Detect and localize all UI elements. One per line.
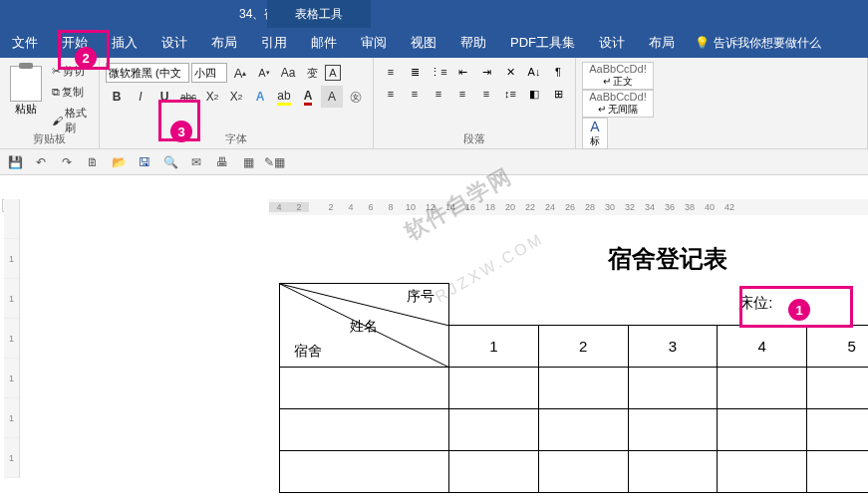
bullets-button[interactable]: ≡ xyxy=(380,62,402,82)
table-cell[interactable] xyxy=(718,368,807,409)
show-marks-button[interactable]: ¶ xyxy=(547,62,569,82)
column-header[interactable]: 4 xyxy=(718,326,807,368)
diagonal-header-cell[interactable]: 序号 姓名 宿舍 xyxy=(280,284,449,368)
highlight-color-button[interactable]: ab xyxy=(273,86,295,108)
column-header[interactable]: 5 xyxy=(807,326,868,368)
italic-button[interactable]: I xyxy=(130,86,151,108)
table-tools-tab[interactable]: 表格工具 xyxy=(267,0,371,28)
multilevel-button[interactable]: ⋮≡ xyxy=(428,62,449,82)
table-cell[interactable] xyxy=(718,409,807,451)
table-cell[interactable] xyxy=(628,409,718,451)
table-cell[interactable] xyxy=(538,451,628,493)
font-size-select[interactable] xyxy=(191,63,227,83)
table-cell[interactable] xyxy=(807,451,868,493)
diag-dorm-label: 宿舍 xyxy=(294,343,322,361)
shading-button[interactable]: ◧ xyxy=(523,84,545,104)
open-button[interactable]: 📂 xyxy=(110,153,128,171)
distributed-button[interactable]: ≡ xyxy=(475,84,497,104)
paragraph-group: ≡ ≣ ⋮≡ ⇤ ⇥ ✕ A↓ ¶ ≡ ≡ ≡ ≡ ≡ ↕≡ ◧ ⊞ 段落 xyxy=(374,58,576,148)
borders-button[interactable]: ⊞ xyxy=(547,84,569,104)
draw-table-button[interactable]: ✎▦ xyxy=(265,153,283,171)
char-shading-button[interactable]: A xyxy=(321,86,343,108)
table-cell[interactable] xyxy=(807,409,868,451)
text-effects-button[interactable]: A xyxy=(249,86,271,108)
ruler-htick: 14 xyxy=(440,202,460,212)
save-as-button[interactable]: 🖫 xyxy=(136,153,153,171)
copy-button[interactable]: ⧉ 复制 xyxy=(48,83,93,102)
table-cell[interactable] xyxy=(628,368,718,409)
menu-review[interactable]: 审阅 xyxy=(349,28,399,58)
style-heading1[interactable]: A 标 xyxy=(582,118,608,149)
print-button[interactable]: 🖶 xyxy=(213,153,231,171)
table-cell[interactable] xyxy=(718,451,807,493)
subscript-button[interactable]: X2 xyxy=(201,86,223,108)
ruler-htick: 38 xyxy=(680,202,700,212)
mail-button[interactable]: ✉ xyxy=(187,153,205,171)
align-center-button[interactable]: ≡ xyxy=(404,84,426,104)
menu-mailings[interactable]: 邮件 xyxy=(299,28,349,58)
table-cell[interactable] xyxy=(280,368,449,409)
undo-button[interactable]: ↶ xyxy=(32,153,50,171)
ruler-htick: 4 xyxy=(341,202,361,212)
table-cell[interactable] xyxy=(280,409,449,451)
paste-button[interactable]: 粘贴 xyxy=(6,62,46,133)
print-preview-button[interactable]: 🔍 xyxy=(161,153,179,171)
grow-font-button[interactable]: A▴ xyxy=(229,62,251,84)
table-cell[interactable] xyxy=(280,451,449,493)
bold-button[interactable]: B xyxy=(106,86,128,108)
decrease-indent-button[interactable]: ⇤ xyxy=(451,62,473,82)
annotation-box-2: 2 xyxy=(58,30,110,70)
style-normal[interactable]: AaBbCcDd! ↵ 正文 xyxy=(582,62,654,90)
column-header[interactable]: 3 xyxy=(628,326,718,368)
font-group-label: 字体 xyxy=(100,131,373,146)
line-spacing-button[interactable]: ↕≡ xyxy=(499,84,521,104)
menu-help[interactable]: 帮助 xyxy=(448,28,498,58)
tell-me[interactable]: 💡 告诉我你想要做什么 xyxy=(695,35,821,52)
tell-me-label: 告诉我你想要做什么 xyxy=(714,35,821,52)
menu-design[interactable]: 设计 xyxy=(149,28,199,58)
table-cell[interactable] xyxy=(628,451,718,493)
sort-button[interactable]: A↓ xyxy=(523,62,545,82)
menu-table-layout[interactable]: 布局 xyxy=(637,28,687,58)
change-case-button[interactable]: Aa xyxy=(277,62,299,84)
paintbrush-icon: 🖌 xyxy=(52,115,63,126)
document-area[interactable]: 宿舍登记表 序号 姓名 宿舍 床位: 1 2 3 xyxy=(219,223,868,498)
menu-file[interactable]: 文件 xyxy=(0,28,50,58)
align-right-button[interactable]: ≡ xyxy=(428,84,449,104)
font-name-select[interactable] xyxy=(106,63,189,83)
menu-references[interactable]: 引用 xyxy=(249,28,299,58)
enclose-char-button[interactable]: ㊛ xyxy=(345,86,367,108)
numbering-button[interactable]: ≣ xyxy=(404,62,426,82)
font-color-button[interactable]: A xyxy=(297,86,319,108)
horizontal-ruler[interactable]: 4 2 2 4 6 8 10 12 14 16 18 20 22 24 26 2… xyxy=(269,199,868,215)
table-cell[interactable] xyxy=(449,451,539,493)
char-border-button[interactable]: A xyxy=(325,65,341,81)
phonetic-guide-button[interactable]: 变 xyxy=(301,62,323,84)
increase-indent-button[interactable]: ⇥ xyxy=(475,62,497,82)
table-cell[interactable] xyxy=(538,409,628,451)
menu-pdf[interactable]: PDF工具集 xyxy=(498,28,587,58)
align-left-button[interactable]: ≡ xyxy=(380,84,402,104)
menu-layout[interactable]: 布局 xyxy=(199,28,249,58)
asian-layout-button[interactable]: ✕ xyxy=(499,62,521,82)
justify-button[interactable]: ≡ xyxy=(451,84,473,104)
menu-view[interactable]: 视图 xyxy=(399,28,448,58)
column-header[interactable]: 2 xyxy=(538,326,628,368)
superscript-button[interactable]: X2 xyxy=(225,86,247,108)
redo-button[interactable]: ↷ xyxy=(58,153,76,171)
shrink-font-button[interactable]: A▾ xyxy=(253,62,275,84)
table-cell[interactable] xyxy=(538,368,628,409)
ruler-htick: 8 xyxy=(381,202,401,212)
table-cell[interactable] xyxy=(807,368,868,409)
document-heading[interactable]: 宿舍登记表 xyxy=(438,243,868,275)
vertical-ruler[interactable]: 1 1 1 1 1 1 xyxy=(4,199,20,478)
new-button[interactable]: 🗎 xyxy=(84,153,102,171)
table-cell[interactable] xyxy=(449,368,539,409)
menu-table-design[interactable]: 设计 xyxy=(587,28,637,58)
column-header[interactable]: 1 xyxy=(449,326,539,368)
table-cell[interactable] xyxy=(449,409,539,451)
style-nospacing[interactable]: AaBbCcDd! ↵ 无间隔 xyxy=(582,90,654,118)
table-button[interactable]: ▦ xyxy=(239,153,257,171)
save-button[interactable]: 💾 xyxy=(6,153,24,171)
ruler-htick: 20 xyxy=(500,202,520,212)
